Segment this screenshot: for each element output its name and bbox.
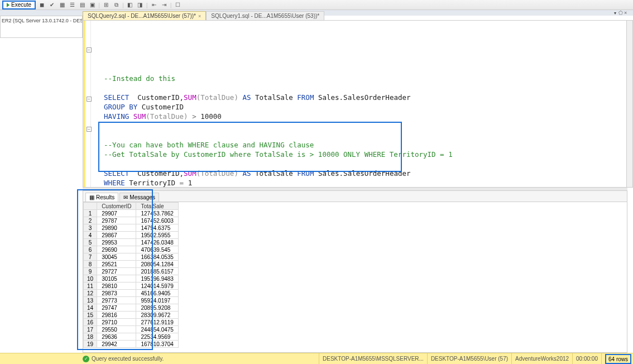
table-row[interactable]: 32989014794.6375: [84, 224, 179, 232]
execute-label: Execute: [11, 2, 31, 8]
table-row[interactable]: 829521208054.1284: [84, 261, 179, 268]
column-header[interactable]: [84, 203, 97, 210]
table-row[interactable]: 1929942167810.3704: [84, 341, 179, 348]
status-message: Query executed successfully.: [92, 356, 164, 362]
success-icon: ✓: [83, 356, 89, 362]
toolbar-icon-6[interactable]: ⧉: [112, 1, 120, 9]
file-tab-active[interactable]: SQLQuery2.sql - DE...A1M5655\User (57))*…: [83, 11, 206, 20]
toolbar-icon-3[interactable]: ▤: [78, 1, 86, 9]
sql-editor[interactable]: − − − --Instead do this SELECT CustomerI…: [83, 20, 630, 188]
table-row[interactable]: 152981628309.9672: [84, 312, 179, 319]
pin-icon[interactable]: ⬠: [618, 10, 624, 16]
status-server: DESKTOP-A1M5655\MSSQLSERVER...: [319, 353, 427, 364]
editor-tabstrip: SQLQuery2.sql - DE...A1M5655\User (57))*…: [83, 11, 324, 20]
toolbar-icon-9[interactable]: ⇤: [150, 1, 158, 9]
results-pane: ▦ Results ✉ Messages CustomerIDTotalSale…: [83, 190, 627, 353]
debug-icon[interactable]: ◼: [38, 1, 46, 9]
table-row[interactable]: 42986719502.5955: [84, 232, 179, 239]
close-panel-icon[interactable]: ×: [624, 10, 630, 16]
toolbar-icon-10[interactable]: ⇥: [160, 1, 168, 9]
results-tab[interactable]: ▦ Results: [85, 193, 118, 202]
execute-button[interactable]: Execute: [2, 1, 36, 9]
fold-icon[interactable]: −: [87, 97, 92, 102]
fold-icon[interactable]: −: [87, 127, 92, 132]
toolbar-icon-11[interactable]: ☐: [174, 1, 182, 9]
close-icon[interactable]: ×: [198, 13, 201, 19]
table-row[interactable]: 122987345166.9405: [84, 290, 179, 297]
toolbar-icon-5[interactable]: ⊞: [102, 1, 110, 9]
status-db: AdventureWorks2012: [511, 353, 572, 364]
status-rows: 64 rows: [605, 354, 631, 364]
editor-scrollbar[interactable]: [626, 20, 633, 188]
status-bar: ✓ Query executed successfully. DESKTOP-A…: [0, 353, 633, 364]
table-row[interactable]: 142974720895.9208: [84, 304, 179, 312]
toolbar-icon-7[interactable]: ◧: [126, 1, 134, 9]
dropdown-icon[interactable]: ▾: [614, 11, 618, 15]
grid-icon: ▦: [89, 194, 94, 200]
toolbar: Execute ◼ ✔ ▦ ☰ ▤ ▣ | ⊞ ⧉ | ◧ ◨ | ⇤ ⇥ | …: [0, 0, 633, 10]
column-header[interactable]: TotalSale: [136, 203, 178, 210]
table-row[interactable]: 629690470639.545: [84, 246, 179, 253]
fold-icon[interactable]: −: [87, 47, 92, 52]
table-row[interactable]: 129907127453.7862: [84, 210, 179, 217]
toolbar-icon-4[interactable]: ▣: [88, 1, 96, 9]
play-icon: [7, 3, 9, 7]
toolbar-icon-1[interactable]: ▦: [58, 1, 66, 9]
table-row[interactable]: 1129810124014.5979: [84, 282, 179, 290]
table-row[interactable]: 229787167452.6003: [84, 217, 179, 224]
table-row[interactable]: 929727201885.6157: [84, 268, 179, 275]
parse-icon[interactable]: ✔: [48, 1, 56, 9]
results-grid[interactable]: CustomerIDTotalSale129907127453.78622297…: [83, 202, 179, 348]
toolbar-icon-2[interactable]: ☰: [68, 1, 76, 9]
messages-icon: ✉: [123, 194, 128, 200]
table-row[interactable]: 1030105195196.9483: [84, 275, 179, 282]
file-tab-inactive[interactable]: SQLQuery1.sql - DE...A1M5655\User (53))*: [206, 11, 324, 20]
table-row[interactable]: 132977395924.0197: [84, 297, 179, 304]
table-row[interactable]: 1729550244854.0475: [84, 326, 179, 333]
toolbar-icon-8[interactable]: ◨: [136, 1, 144, 9]
table-row[interactable]: 730045166384.0535: [84, 253, 179, 261]
status-user: DESKTOP-A1M5655\User (57): [427, 353, 511, 364]
messages-tab[interactable]: ✉ Messages: [119, 193, 159, 202]
column-header[interactable]: CustomerID: [97, 203, 136, 210]
table-row[interactable]: 1629710277612.9119: [84, 319, 179, 326]
table-row[interactable]: 182963622534.9569: [84, 333, 179, 341]
object-explorer-node[interactable]: ER2 (SQL Server 13.0.1742.0 - DESKTOP-A: [0, 16, 83, 38]
status-time: 00:00:00: [572, 353, 601, 364]
table-row[interactable]: 529953147426.0348: [84, 239, 179, 246]
